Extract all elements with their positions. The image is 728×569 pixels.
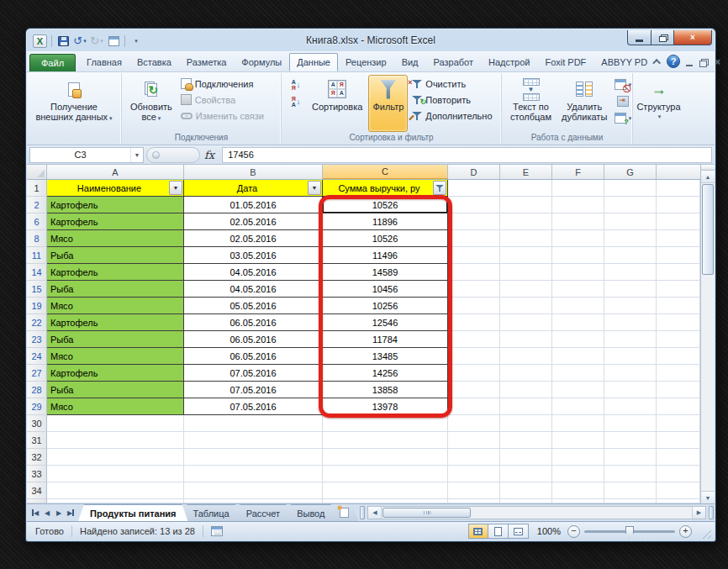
- cell-amount[interactable]: 10526: [323, 197, 448, 213]
- cell-E[interactable]: [500, 382, 552, 398]
- cell-E[interactable]: [500, 398, 552, 415]
- cell-partial[interactable]: [657, 281, 700, 298]
- cell-G[interactable]: [604, 499, 657, 503]
- previous-sheet-button[interactable]: ◀: [41, 504, 53, 521]
- header-cell-name[interactable]: Наименование▼: [47, 180, 184, 197]
- select-all-corner[interactable]: [27, 165, 47, 179]
- ribbon-tab-данные[interactable]: Данные: [289, 53, 338, 71]
- cell-G[interactable]: [604, 264, 657, 281]
- row-number-24[interactable]: 24: [27, 348, 47, 365]
- header-cell-amount[interactable]: Сумма выручки, ру: [323, 180, 448, 197]
- cell-name[interactable]: Рыба: [47, 247, 184, 264]
- cell-amount[interactable]: 11496: [323, 247, 448, 264]
- cell-E[interactable]: [500, 449, 552, 466]
- column-header-F[interactable]: F: [552, 165, 604, 179]
- cell-F[interactable]: [552, 281, 604, 298]
- cell-partial[interactable]: [657, 398, 700, 415]
- name-box-dropdown-icon[interactable]: ▼: [130, 148, 143, 162]
- ribbon-tab-файл[interactable]: Файл: [29, 54, 76, 71]
- cell-E[interactable]: [500, 482, 552, 499]
- cell-E[interactable]: [500, 415, 552, 432]
- get-external-data-button[interactable]: Получение внешних данных▾: [31, 75, 116, 132]
- cell-B[interactable]: [184, 432, 323, 449]
- ribbon-item-reapply-filter[interactable]: ↻Повторить: [409, 92, 494, 107]
- close-button[interactable]: ×: [674, 30, 712, 45]
- workbook-minimize-icon[interactable]: [686, 56, 693, 66]
- formula-bar-collapse-icon[interactable]: [152, 151, 160, 159]
- cell-name[interactable]: Картофель: [47, 314, 184, 331]
- column-header-E[interactable]: E: [500, 165, 552, 179]
- cell-C[interactable]: [323, 432, 448, 449]
- workbook-close-icon[interactable]: ×: [715, 56, 720, 66]
- cell-E[interactable]: [500, 213, 552, 230]
- cell-partial[interactable]: [657, 365, 700, 382]
- cell-B[interactable]: [184, 466, 323, 482]
- cell-date[interactable]: 04.05.2016: [184, 281, 323, 298]
- cell-amount[interactable]: 13978: [323, 398, 448, 415]
- filter-applied-button[interactable]: [433, 181, 446, 195]
- cell-D[interactable]: [448, 264, 500, 281]
- window-split-handle[interactable]: [709, 506, 714, 519]
- cell-D[interactable]: [448, 432, 500, 449]
- cell-G[interactable]: [604, 365, 657, 382]
- vertical-scroll-track[interactable]: [701, 276, 715, 491]
- resize-grip[interactable]: [700, 528, 711, 539]
- ribbon-tab-вставка[interactable]: Вставка: [129, 53, 179, 71]
- cell-A[interactable]: [47, 466, 184, 482]
- cell-G[interactable]: [604, 449, 657, 466]
- horizontal-scroll-thumb[interactable]: [382, 508, 471, 518]
- cell-C[interactable]: [323, 466, 448, 482]
- cell-partial[interactable]: [657, 331, 700, 348]
- cell-date[interactable]: 07.05.2016: [184, 365, 323, 382]
- cell-amount[interactable]: 13485: [323, 348, 448, 365]
- row-number-32[interactable]: 32: [27, 449, 47, 466]
- cell-B[interactable]: [184, 449, 323, 466]
- cell-F[interactable]: [552, 348, 604, 365]
- cell-G[interactable]: [604, 180, 657, 197]
- row-number-33[interactable]: 33: [27, 466, 47, 482]
- cell-date[interactable]: 02.05.2016: [184, 230, 323, 247]
- cell-E[interactable]: [500, 432, 552, 449]
- ribbon-tab-надстрой[interactable]: Надстрой: [481, 53, 537, 71]
- cell-B[interactable]: [184, 415, 323, 432]
- insert-function-button[interactable]: fx: [203, 149, 219, 161]
- cell-E[interactable]: [500, 180, 552, 197]
- cell-F[interactable]: [552, 432, 604, 449]
- cell-date[interactable]: 06.05.2016: [184, 331, 323, 348]
- cell-G[interactable]: [604, 331, 657, 348]
- cell-amount[interactable]: 10526: [323, 230, 448, 247]
- cell-B[interactable]: [184, 482, 323, 499]
- cell-E[interactable]: [500, 466, 552, 482]
- refresh-all-button[interactable]: ↻ Обновить все▾: [126, 75, 177, 132]
- cell-D[interactable]: [448, 180, 500, 197]
- cell-name[interactable]: Мясо: [47, 398, 184, 415]
- vertical-scroll-thumb[interactable]: [702, 184, 714, 275]
- cell-F[interactable]: [552, 298, 604, 314]
- sheet-tab-вывод[interactable]: Вывод: [285, 504, 336, 521]
- maximize-button[interactable]: [652, 30, 674, 45]
- row-number-29[interactable]: 29: [27, 398, 47, 415]
- row-number-11[interactable]: 11: [27, 247, 47, 264]
- row-number-2[interactable]: 2: [27, 197, 47, 213]
- cell-partial[interactable]: [657, 230, 700, 247]
- cell-date[interactable]: 07.05.2016: [184, 398, 323, 415]
- sheet-tab-продукты-питания[interactable]: Продукты питания: [78, 504, 188, 521]
- cell-F[interactable]: [552, 398, 604, 415]
- help-icon[interactable]: ?: [667, 55, 680, 68]
- cell-D[interactable]: [448, 197, 500, 213]
- cell-partial[interactable]: [657, 382, 700, 398]
- cell-amount[interactable]: 10256: [323, 298, 448, 314]
- cell-A[interactable]: [47, 449, 184, 466]
- formula-input[interactable]: 17456: [222, 147, 712, 163]
- undo-button[interactable]: ↺▾: [73, 34, 87, 49]
- ribbon-item-connections[interactable]: Подключения: [178, 76, 266, 91]
- column-header-B[interactable]: B: [184, 165, 323, 179]
- filter-button[interactable]: Фильтр: [368, 75, 408, 132]
- cell-D[interactable]: [448, 230, 500, 247]
- row-number-23[interactable]: 23: [27, 331, 47, 348]
- sort-descending-button[interactable]: ЯА↓: [288, 94, 304, 108]
- cell-F[interactable]: [552, 314, 604, 331]
- cell-amount[interactable]: 13858: [323, 382, 448, 398]
- outline-button[interactable]: → Структура ▾: [632, 75, 684, 132]
- cell-E[interactable]: [500, 499, 552, 503]
